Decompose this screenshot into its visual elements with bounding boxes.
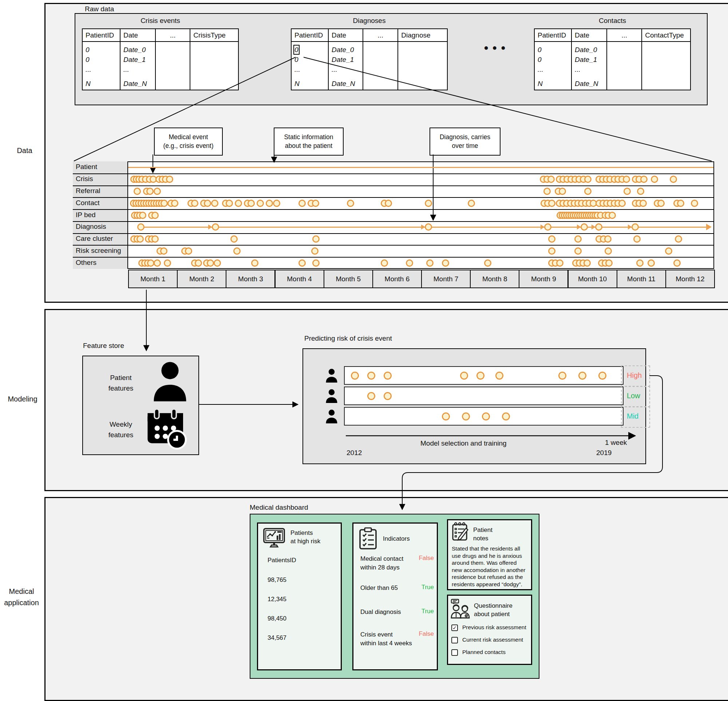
questionnaire-checkbox[interactable] bbox=[451, 649, 458, 656]
diagnosis-end-arrowhead-icon bbox=[706, 224, 712, 230]
timeline-row-label-others: Others bbox=[76, 259, 97, 267]
table-value: 0 bbox=[537, 45, 568, 55]
timeline-row-label-risk-screening: Risk screening bbox=[76, 247, 121, 255]
timeline-event-circle bbox=[584, 259, 591, 267]
indicator-label: Medical contact within 28 days bbox=[360, 555, 415, 572]
table-header-cell: ... bbox=[607, 29, 641, 42]
calendar-clock-icon bbox=[145, 407, 189, 450]
indicator-label: Dual diagnosis bbox=[360, 608, 415, 617]
patient-group-icon bbox=[325, 368, 338, 383]
timeline-event-circle bbox=[548, 235, 555, 243]
month-cell-11: Month 11 bbox=[617, 269, 666, 288]
timeline-event-circle bbox=[677, 200, 684, 207]
timeline-event-circle bbox=[230, 235, 238, 243]
figure-canvas: Data Modeling Medical application Raw da… bbox=[0, 0, 728, 701]
table-header-cell: ... bbox=[363, 29, 397, 42]
timeline-row-divider bbox=[73, 197, 714, 198]
timeline-event-circle bbox=[247, 200, 255, 207]
timeline-event-circle bbox=[548, 248, 555, 255]
timeline-event-circle bbox=[381, 259, 388, 267]
timeline-row-label-ip-bed: IP bed bbox=[76, 211, 96, 219]
timeline-event-circle bbox=[137, 235, 144, 243]
questionnaire-checkbox[interactable]: ✓ bbox=[451, 624, 458, 631]
table-value: 0 bbox=[85, 55, 117, 65]
table-column: Diagnose bbox=[398, 29, 447, 90]
timeline-event-circle bbox=[647, 259, 655, 267]
timeline-event-circle bbox=[636, 259, 644, 267]
raw-table-diagnoses: PatientID00...NDateDate_0Date_1...Date_N… bbox=[291, 28, 448, 90]
timeline-event-circle bbox=[185, 248, 192, 255]
table-body-cell bbox=[156, 42, 190, 90]
table-header-cell: PatientID bbox=[535, 29, 571, 42]
questionnaire-item-label: Previous risk assessment bbox=[462, 624, 526, 631]
timeline-event-circle bbox=[311, 248, 319, 255]
timeline-event-circle bbox=[548, 200, 555, 207]
timeline-event-circle bbox=[574, 248, 582, 255]
table-column: ... bbox=[363, 29, 398, 90]
patient-group-icon bbox=[325, 388, 338, 404]
timeline-row-label-referral: Referral bbox=[76, 187, 100, 195]
medical-dashboard-title: Medical dashboard bbox=[250, 504, 308, 511]
year-start-label: 2012 bbox=[347, 449, 362, 457]
patient-features-label: Patient features bbox=[92, 372, 150, 394]
indicator-label: Crisis event within last 4 weeks bbox=[360, 630, 415, 648]
timeline-row-divider bbox=[73, 233, 714, 234]
timeline-event-circle bbox=[152, 235, 159, 243]
table-column: CrisisType bbox=[191, 29, 238, 90]
questionnaire-item-label: Current risk assessment bbox=[462, 636, 523, 643]
month-cell-1: Month 1 bbox=[128, 269, 178, 288]
table-value: Date_N bbox=[332, 79, 360, 88]
risk-event-circle bbox=[502, 413, 510, 420]
table-value: Date_N bbox=[123, 79, 152, 88]
timeline-row-label-care-cluster: Care cluster bbox=[76, 235, 113, 243]
timeline-event-circle bbox=[273, 200, 280, 207]
risk-event-circle bbox=[367, 372, 375, 379]
patient-id-value: 98,450 bbox=[267, 615, 286, 622]
risk-event-circle bbox=[482, 413, 490, 420]
table-header-cell: PatientID bbox=[292, 29, 328, 42]
timeline-event-circle bbox=[154, 259, 161, 267]
timeline-event-circle bbox=[312, 235, 319, 243]
raw-table-crisis-events: PatientID00...NDateDate_0Date_1...Date_N… bbox=[82, 28, 239, 90]
timeline-row-divider bbox=[73, 245, 714, 246]
risk-event-circle bbox=[462, 413, 470, 420]
timeline-event-circle bbox=[226, 200, 233, 207]
table-value: Date_0 bbox=[575, 45, 604, 55]
table-header-cell: Date bbox=[120, 29, 155, 42]
timeline-event-circle bbox=[251, 259, 259, 267]
table-value: N bbox=[295, 79, 325, 88]
patient-id-value: 12,345 bbox=[267, 596, 286, 603]
risk-event-circle bbox=[460, 372, 468, 379]
timeline-event-circle bbox=[160, 248, 168, 255]
table-header-cell: Date bbox=[572, 29, 607, 42]
timeline-event-circle bbox=[191, 200, 198, 207]
timeline-event-circle bbox=[347, 200, 354, 207]
table-body-cell bbox=[363, 42, 397, 90]
timeline-row-label-patient: Patient bbox=[76, 163, 97, 171]
table-body-cell bbox=[191, 42, 238, 90]
feature-store-title: Feature store bbox=[83, 342, 124, 350]
table-column: PatientID00...N bbox=[292, 29, 329, 90]
annotation-box-2: Diagnosis, carriesover time bbox=[429, 127, 501, 156]
table-header-cell: CrisisType bbox=[191, 29, 238, 42]
timeline-event-circle bbox=[146, 188, 154, 195]
month-cell-10: Month 10 bbox=[568, 269, 617, 288]
risk-event-circle bbox=[367, 392, 375, 400]
risk-event-circle bbox=[558, 372, 566, 379]
timeline-event-circle bbox=[134, 188, 141, 195]
timeline-event-circle bbox=[633, 235, 641, 243]
patients-id-column-header: PatientsID bbox=[267, 557, 296, 564]
indicator-value: False bbox=[415, 555, 434, 562]
risk-event-circle bbox=[495, 372, 503, 379]
table-value: 0 bbox=[295, 55, 325, 65]
annotation-box-0: Medical event(e.g., crisis event) bbox=[154, 127, 223, 156]
timeline-row-divider bbox=[73, 174, 714, 174]
table-column: ContactType bbox=[642, 29, 690, 90]
indicator-value: True bbox=[415, 608, 434, 615]
patient-notes-text: Stated that the residents all use drugs … bbox=[452, 545, 529, 588]
questionnaire-checkbox[interactable] bbox=[451, 637, 458, 643]
risk-event-circle bbox=[384, 372, 391, 379]
risk-event-circle bbox=[384, 392, 391, 400]
timeline-event-circle bbox=[640, 200, 647, 207]
table-value: 0 bbox=[85, 45, 117, 55]
